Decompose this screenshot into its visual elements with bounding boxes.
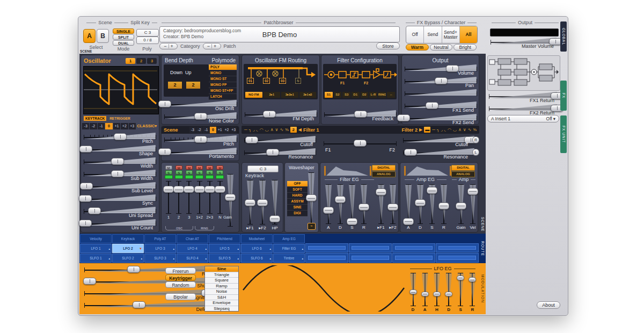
slider-handle[interactable] <box>79 195 92 202</box>
vslider-channel-2-3[interactable] <box>206 180 214 215</box>
mod-source-lfo-3[interactable]: LFO 3▴ <box>144 244 176 253</box>
slider-handle[interactable] <box>421 292 429 296</box>
filter-config-diagram[interactable]: F1 F2 S1S2S3D1D2L-RRING↔ <box>323 64 397 99</box>
slider-uni-count[interactable]: Uni Count <box>82 219 158 231</box>
mute-button[interactable]: M <box>186 165 193 170</box>
polymode-mono-fp[interactable]: MONO FP <box>209 82 237 88</box>
vslider-body[interactable] <box>445 272 453 307</box>
vslider-channel-n[interactable] <box>216 180 224 215</box>
lfo-shape-stepseq[interactable]: Stepseq <box>205 306 238 312</box>
slider-rate[interactable]: Rate <box>83 265 217 277</box>
vslider-d[interactable]: D <box>414 183 426 230</box>
solo-button[interactable]: S <box>186 170 193 175</box>
oscillator-type-select[interactable]: CLASSIC▾ <box>137 123 157 129</box>
solo-button[interactable]: S <box>175 170 182 175</box>
vslider-a[interactable]: A <box>421 272 429 313</box>
slider-pitch[interactable]: Pitch <box>82 132 158 144</box>
slider-handle[interactable] <box>433 292 441 296</box>
scene-octave-1[interactable]: +1 <box>217 127 223 133</box>
slider-handle[interactable] <box>347 218 357 225</box>
eg-mode-digital[interactable]: DIGITAL <box>372 165 396 171</box>
slider-handle[interactable] <box>266 149 279 156</box>
filter1-type-icon-2[interactable]: ◞ <box>253 126 255 133</box>
slider-fx2-send[interactable]: FX2 Send <box>403 113 479 126</box>
lfo-shape-s-h[interactable]: S&H <box>205 295 238 301</box>
mod-source-slfo-5[interactable]: SLFO 5▴ <box>209 254 240 263</box>
mute-button[interactable]: M <box>175 165 182 170</box>
mod-source-pitchbend[interactable]: Pitchbend <box>209 234 240 243</box>
oscillator-tab-2[interactable]: 2 <box>136 58 146 64</box>
vslider-s[interactable]: S <box>457 272 465 313</box>
mod-source-timbre[interactable]: Timbre▴ <box>273 254 305 263</box>
slider-handle[interactable] <box>469 277 476 282</box>
slider-handle[interactable] <box>358 204 369 211</box>
waveshaper-type-off[interactable]: OFF <box>287 181 308 187</box>
vslider-body[interactable] <box>206 180 214 215</box>
mod-source-velocity[interactable]: Velocity <box>80 234 112 243</box>
mute-button[interactable]: M <box>196 165 203 170</box>
slider-magnitude[interactable]: Magnitude <box>83 288 217 300</box>
vslider-body[interactable] <box>455 183 467 225</box>
filter1-prev-icon[interactable]: ◀ <box>298 127 302 132</box>
vslider-f2[interactable]: ▸F2 <box>257 179 268 231</box>
slider-pitch[interactable]: Pitch <box>163 135 239 147</box>
slider-resonance[interactable]: ResonanceL <box>401 148 477 160</box>
slider-handle[interactable] <box>257 199 268 206</box>
vslider-body[interactable] <box>174 180 183 215</box>
oscillator-octave-2[interactable]: +2 <box>121 123 128 129</box>
mod-empty-slot[interactable] <box>436 243 479 253</box>
filter-config-s2[interactable]: S2 <box>334 92 342 98</box>
slider-handle[interactable] <box>269 215 280 222</box>
waveshaper-retrigger-icon[interactable]: ⌁ <box>308 223 316 230</box>
vslider-body[interactable] <box>409 272 417 307</box>
filter1-type-icon-3[interactable]: ◟ <box>257 126 258 133</box>
tab-fx[interactable]: FX <box>560 81 567 111</box>
oscillator-octave-3[interactable]: +3 <box>129 123 136 129</box>
mod-source-lfo-6[interactable]: LFO 6▴ <box>241 244 273 253</box>
mod-source-lfo-5[interactable]: LFO 5▴ <box>209 244 240 253</box>
fx-insert-selector[interactable]: A Insert 1 Off ▾ <box>487 115 559 122</box>
slider-end-button-r[interactable]: R <box>472 136 479 143</box>
slider-sub-level[interactable]: Sub Level <box>82 182 158 194</box>
filter1-type-icon-7[interactable]: ∨ <box>275 126 279 133</box>
vslider-body[interactable] <box>414 183 426 225</box>
tab-route[interactable]: ROUTE <box>479 234 486 263</box>
fm-osc-box-n[interactable]: N <box>295 78 301 84</box>
mod-source-modwheel[interactable]: Modwheel <box>241 234 273 243</box>
slider-fx1-return[interactable]: FX1 Return <box>487 91 559 104</box>
filter2-type-icon-5[interactable]: ◡ <box>453 126 457 133</box>
slider-handle[interactable] <box>435 77 448 84</box>
slider-handle[interactable] <box>438 202 449 209</box>
slider-handle[interactable] <box>467 188 478 195</box>
mod-source-keytrack[interactable]: Keytrack <box>112 234 144 243</box>
mod-source-filter-eg[interactable]: Filter EG▴ <box>273 244 305 253</box>
slider-sub-width[interactable]: Sub Width <box>82 169 158 182</box>
filter1-type-icon-5[interactable]: ◡ <box>265 126 269 133</box>
filter1-type-icon-1[interactable]: ╮ <box>249 126 252 133</box>
slider-handle[interactable] <box>354 111 367 118</box>
vslider-body[interactable] <box>358 183 370 225</box>
filter1-type-icon-6[interactable]: ∧ <box>270 126 274 133</box>
mod-source-lfo-4[interactable]: LFO 4▴ <box>177 244 208 253</box>
filter2-type-icon-0[interactable]: ─ <box>432 126 435 133</box>
scene-a-button[interactable]: A <box>83 29 96 43</box>
vslider-channel-3[interactable] <box>185 180 193 215</box>
polymode-mono-st[interactable]: MONO ST <box>209 76 237 82</box>
mod-source-slfo-1[interactable]: SLFO 1▴ <box>80 254 112 263</box>
vslider-body[interactable] <box>164 180 173 215</box>
vslider-d[interactable]: D <box>445 272 453 313</box>
slider-cutoff[interactable]: CutoffR <box>401 135 477 148</box>
slider-handle[interactable] <box>354 140 367 147</box>
slider-uni-spread[interactable]: Uni Spread <box>82 206 158 219</box>
filter2-type-icon-9[interactable]: ⅝ <box>473 126 477 133</box>
mod-empty-slot[interactable] <box>392 243 435 253</box>
solo-button[interactable]: S <box>216 170 223 175</box>
solo-button[interactable]: S <box>165 170 172 175</box>
fx-bypass-send-master[interactable]: Send+ Master <box>442 26 460 43</box>
solo-button[interactable]: S <box>206 170 213 175</box>
slider-handle[interactable] <box>456 202 466 209</box>
slider-handle[interactable] <box>83 278 96 285</box>
slider-handle[interactable] <box>79 146 92 153</box>
fm-mode-3-2-1[interactable]: 3▸2▸1 <box>281 92 298 98</box>
vslider-body[interactable] <box>244 179 256 226</box>
